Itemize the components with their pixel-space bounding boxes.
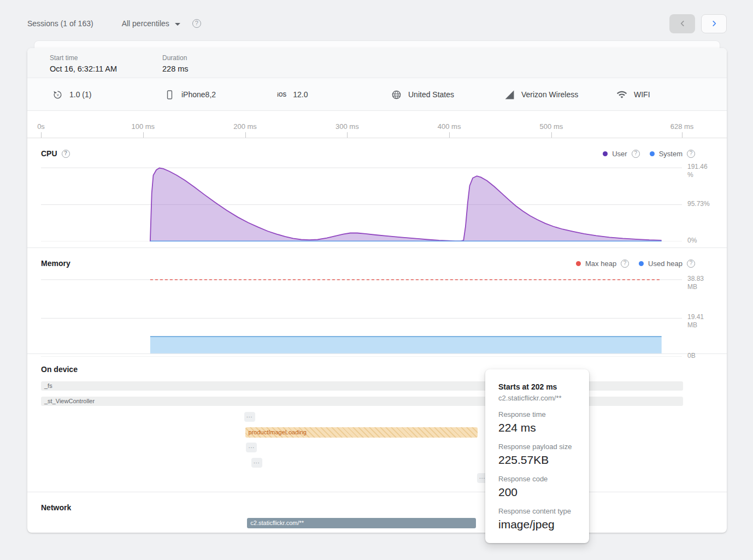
tooltip-field-label: Response time: [498, 410, 576, 418]
tooltip-field: Response content typeimage/jpeg: [498, 507, 576, 531]
network-section-title: Network: [41, 503, 71, 512]
device-info-item: iPhone8,2: [164, 78, 216, 111]
device-info-label: 12.0: [293, 90, 308, 99]
legend-label: Used heap: [648, 260, 683, 268]
topbar: Sessions (1 of 163) All percentiles ?: [27, 11, 727, 36]
legend-dot: [603, 151, 608, 156]
chevron-down-icon: [175, 23, 180, 26]
on-device-title-text: On device: [41, 365, 78, 374]
legend-dot: [576, 261, 581, 266]
y-axis-label: 191.46 %: [687, 163, 723, 179]
collapsed-traces-chip[interactable]: ...: [244, 412, 255, 422]
device-info-label: United States: [408, 90, 454, 99]
svg-text:v: v: [56, 92, 58, 97]
collapsed-traces-chip[interactable]: ...: [246, 443, 257, 452]
session-summary-header: Start time Oct 16, 6:32:11 AM Duration 2…: [27, 48, 727, 78]
page: { "glyphs": { "help": "?" }, "topbar": {…: [0, 0, 753, 560]
tooltip-field-label: Response content type: [498, 507, 576, 515]
tooltip-fields: Response time224 msResponse payload size…: [498, 410, 576, 531]
y-axis-label: 19.41 MB: [687, 313, 723, 329]
help-icon[interactable]: ?: [192, 19, 201, 28]
tooltip-field-value: 225.57KB: [498, 453, 576, 467]
tooltip-field-label: Response code: [498, 475, 576, 483]
memory-chart: 38.83 MB19.41 MB0B: [27, 273, 727, 357]
timeline-tick-label: 500 ms: [540, 122, 563, 131]
trace-span[interactable]: productImageLoading: [245, 427, 478, 438]
tooltip-field: Response code200: [498, 475, 576, 499]
memory-chart-svg[interactable]: [27, 273, 727, 357]
tooltip-field: Response payload size225.57KB: [498, 443, 576, 467]
memory-section-title: Memory: [41, 259, 70, 268]
timeline-tick-mark: [682, 132, 683, 138]
network-request-tooltip: Starts at 202 ms c2.staticflickr.com/** …: [485, 369, 589, 543]
previous-session-button[interactable]: [669, 14, 695, 33]
device-info-item: v1.0 (1): [52, 78, 91, 111]
device-info-label: 1.0 (1): [69, 90, 91, 99]
next-session-button[interactable]: [701, 14, 727, 33]
start-time-block: Start time Oct 16, 6:32:11 AM: [50, 54, 162, 78]
carrier-icon: [504, 89, 515, 100]
timeline-tick-mark: [449, 132, 450, 138]
tooltip-title: Starts at 202 ms: [498, 382, 576, 391]
duration-value: 228 ms: [162, 64, 275, 73]
timeline-tick-mark: [245, 132, 246, 138]
network-section-header: Network: [27, 492, 727, 514]
y-axis-label: 0%: [687, 237, 723, 245]
cpu-chart-svg[interactable]: [27, 163, 727, 241]
timeline-tick-label: 0s: [37, 122, 45, 131]
legend-dot: [650, 151, 655, 156]
duration-label: Duration: [162, 54, 275, 62]
on-device-section-header: On device: [27, 354, 727, 375]
legend-label: User: [612, 150, 627, 158]
collapsed-traces-chip[interactable]: ...: [251, 458, 262, 468]
on-device-lanes: _fs_st_ViewController...productImageLoad…: [27, 381, 727, 488]
memory-title-text: Memory: [41, 259, 70, 268]
timeline-tick-mark: [551, 132, 552, 138]
start-time-value: Oct 16, 6:32:11 AM: [50, 64, 162, 73]
memory-section-header: Memory Max heap?Used heap?: [27, 248, 727, 269]
duration-block: Duration 228 ms: [162, 54, 275, 78]
sessions-count-label: Sessions (1 of 163): [27, 19, 93, 28]
cpu-section-header: CPU ? User?System?: [27, 138, 727, 160]
device-info-row: v1.0 (1)iPhone8,2iOS12.0United StatesVer…: [27, 78, 727, 111]
network-section: Network c2.staticflickr.com/**: [27, 492, 727, 533]
timeline-tick-label: 628 ms: [670, 122, 694, 131]
legend-label: System: [659, 150, 683, 158]
os-version-icon: iOS: [277, 89, 286, 100]
country-icon: [391, 89, 402, 100]
cpu-chart: 191.46 %95.73%0%: [27, 163, 727, 241]
on-device-section-title: On device: [41, 365, 78, 374]
y-axis-label: 38.83 MB: [687, 275, 723, 291]
cpu-section-title: CPU ?: [41, 149, 70, 158]
timeline-ruler: 0s100 ms200 ms300 ms400 ms500 ms628 ms: [27, 111, 727, 138]
device-info-item: United States: [391, 78, 454, 111]
memory-section: Memory Max heap?Used heap? 38.83 MB19.41…: [27, 248, 727, 354]
percentiles-dropdown-label: All percentiles: [122, 19, 169, 28]
timeline-tick-label: 100 ms: [131, 122, 155, 131]
device-info-label: iPhone8,2: [181, 90, 216, 99]
timeline-tick-label: 400 ms: [438, 122, 461, 131]
help-icon[interactable]: ?: [632, 150, 640, 158]
chevron-left-icon: [679, 20, 686, 27]
help-icon[interactable]: ?: [687, 260, 695, 268]
network-title-text: Network: [41, 503, 71, 512]
tooltip-field-value: image/jpeg: [498, 518, 576, 531]
device-info-item: iOS12.0: [277, 78, 308, 111]
percentiles-dropdown[interactable]: All percentiles: [122, 19, 180, 28]
timeline-tick-mark: [347, 132, 348, 138]
timeline-tick-mark: [41, 132, 42, 138]
help-icon[interactable]: ?: [621, 260, 629, 268]
legend-dot: [639, 261, 644, 266]
tooltip-field: Response time224 ms: [498, 410, 576, 434]
memory-legend: Max heap?Used heap?: [576, 260, 695, 268]
tooltip-field-value: 200: [498, 486, 576, 499]
network-request-span[interactable]: c2.staticflickr.com/**: [247, 518, 475, 528]
legend-item: System?: [650, 150, 695, 158]
device-info-item: Verizon Wireless: [504, 78, 578, 111]
cpu-help-icon[interactable]: ?: [62, 150, 70, 158]
app-version-icon: v: [52, 89, 63, 100]
timeline-tick-mark: [143, 132, 144, 138]
session-detail-card: Start time Oct 16, 6:32:11 AM Duration 2…: [27, 48, 727, 533]
help-icon[interactable]: ?: [687, 150, 695, 158]
device-info-item: WIFI: [616, 78, 650, 111]
